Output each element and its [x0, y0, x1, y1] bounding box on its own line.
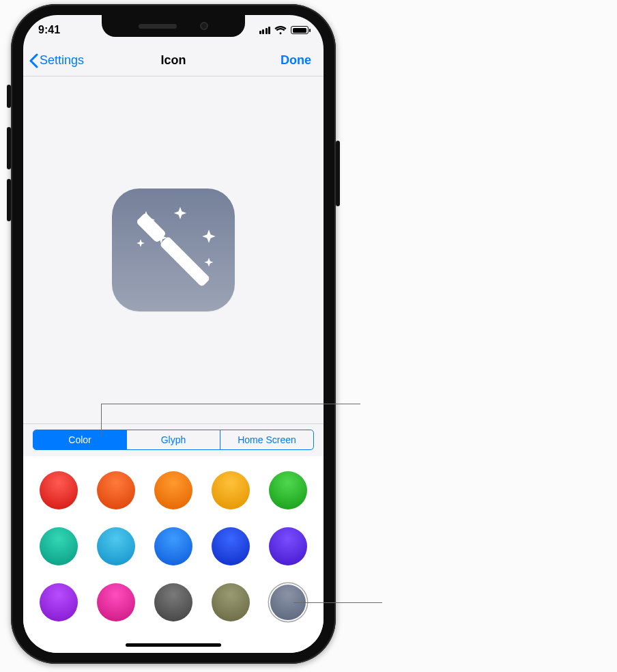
color-swatch-gray-dark[interactable]: [154, 583, 192, 621]
color-swatch-vermilion[interactable]: [97, 471, 135, 509]
silence-switch: [7, 85, 11, 108]
callout-leader: [101, 404, 360, 404]
segment-home-screen[interactable]: Home Screen: [220, 430, 313, 449]
status-bar: 9:41: [23, 15, 324, 45]
nav-bar: Settings Icon Done: [23, 45, 324, 76]
battery-icon: [291, 26, 308, 34]
chevron-left-icon: [29, 53, 38, 68]
color-swatch-sky[interactable]: [154, 527, 192, 565]
svg-rect-1: [159, 236, 210, 287]
callout-leader: [101, 404, 102, 436]
color-swatch-violet[interactable]: [269, 527, 307, 565]
color-swatch-olive[interactable]: [212, 583, 250, 621]
cellular-signal-icon: [259, 27, 271, 34]
color-swatch-blue[interactable]: [212, 527, 250, 565]
color-grid: [40, 471, 307, 621]
volume-down-button: [7, 179, 11, 221]
color-swatch-teal[interactable]: [40, 527, 78, 565]
segmented-row: ColorGlyphHome Screen: [23, 423, 324, 458]
back-label: Settings: [40, 53, 84, 68]
segmented-control: ColorGlyphHome Screen: [33, 430, 314, 450]
side-button: [336, 141, 340, 206]
home-indicator[interactable]: [126, 643, 221, 647]
icon-preview-tile: [112, 188, 235, 311]
done-button[interactable]: Done: [275, 51, 317, 70]
color-swatch-purple[interactable]: [40, 583, 78, 621]
color-picker-panel: [23, 456, 324, 653]
color-swatch-cyan[interactable]: [97, 527, 135, 565]
phone-frame: 9:41 Settings Icon Done: [11, 4, 336, 664]
callout-leader: [293, 602, 382, 603]
back-button[interactable]: Settings: [26, 51, 87, 71]
segment-color[interactable]: Color: [33, 430, 127, 449]
color-swatch-amber[interactable]: [212, 471, 250, 509]
magic-wand-icon: [112, 188, 235, 311]
screen: 9:41 Settings Icon Done: [23, 15, 324, 653]
volume-up-button: [7, 127, 11, 169]
color-swatch-orange[interactable]: [154, 471, 192, 509]
color-swatch-green[interactable]: [269, 471, 307, 509]
status-time: 9:41: [38, 24, 60, 36]
segment-glyph[interactable]: Glyph: [127, 430, 220, 449]
icon-preview-area: [23, 76, 324, 423]
color-swatch-magenta[interactable]: [97, 583, 135, 621]
color-swatch-red[interactable]: [40, 471, 78, 509]
wifi-icon: [274, 26, 287, 35]
